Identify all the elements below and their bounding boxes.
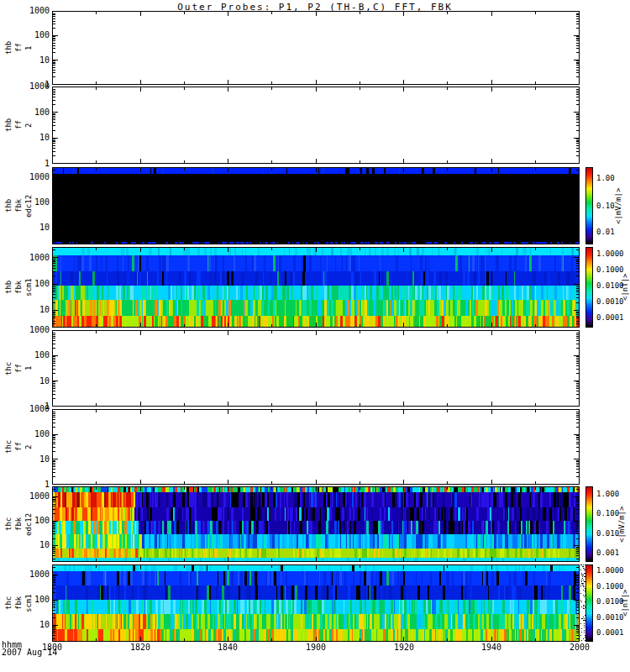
colorbar [585, 564, 593, 642]
colorbar-unit-label: <|nT|> [621, 564, 630, 642]
x-tick-label: 1900 [297, 643, 334, 652]
y-tick-label: 10 [0, 455, 50, 464]
y-tick-label: 100 [0, 31, 50, 39]
y-tick-label: 1000 [0, 82, 50, 91]
spectrogram-thb-fbk-edc12[interactable] [52, 167, 580, 244]
colorbar-unit-text: <|nT|> [621, 274, 629, 302]
y-tick-label: 100 [0, 198, 50, 207]
y-tick-label: 10 [0, 56, 50, 65]
plot-area-thb-ff-1[interactable] [52, 11, 580, 85]
y-axis-label-line: 2 [24, 409, 34, 485]
colorbar-unit-label: <|mV/m|> [617, 486, 627, 562]
time-axis: 1800 1820 1840 1900 1920 1940 2000 [0, 643, 630, 654]
y-tick-label: 1000 [0, 405, 50, 413]
y-axis-label-line: 1 [24, 330, 34, 407]
y-tick-label: 100 [0, 430, 50, 438]
y-axis-label-line: ff [13, 330, 24, 407]
x-tick-label: 2000 [561, 643, 598, 652]
x-tick-label: 1840 [209, 643, 246, 652]
colorbar-tick-label: 1.00 [596, 175, 628, 182]
colorbar [585, 167, 593, 244]
y-tick-label: 1000 [0, 173, 50, 181]
x-tick-label: 1940 [473, 643, 510, 652]
x-tick-label: 1920 [386, 643, 423, 652]
y-axis-label: thc ff 1 [3, 330, 39, 407]
spectrogram-thc-fbk-scm1[interactable] [52, 564, 580, 642]
y-tick-label: 10 [0, 377, 50, 386]
panel-thb-fbk-scm1: thb fbk scm1 1000 100 10 1.0000 0.1000 0… [0, 247, 630, 328]
date-label: 2007 Aug 14 [2, 648, 57, 656]
colorbar [585, 247, 593, 328]
spectrogram-thc-fbk-edc12[interactable] [52, 486, 580, 562]
y-axis-label: thc ff 2 [3, 409, 39, 485]
panel-thb-fbk-edc12: thb fbk edc12 1000 100 10 1.00 0.10 0.01… [0, 167, 630, 244]
y-tick-label: 10 [0, 223, 50, 232]
y-tick-label: 10 [0, 306, 50, 314]
spectrogram-thb-fbk-scm1[interactable] [52, 247, 580, 328]
y-axis-label-line: 1 [24, 11, 34, 85]
y-axis-label-line: thb [3, 87, 13, 164]
y-axis-label-line: ff [13, 409, 24, 485]
y-axis-label-line: thb [3, 11, 13, 85]
plot-area-thc-ff-2[interactable] [52, 409, 580, 485]
y-tick-label: 100 [0, 280, 50, 288]
panel-thc-ff-1: thc ff 1 1000 100 10 1 [0, 330, 630, 407]
y-axis-label-line: thc [3, 330, 13, 407]
colorbar-unit-label: <|nT|> [621, 247, 630, 328]
y-tick-label: 1000 [0, 7, 50, 15]
y-tick-label: 1000 [0, 492, 50, 501]
colorbar-unit-label: <|mV/m|> [614, 167, 623, 244]
y-tick-label: 100 [0, 351, 50, 360]
y-tick-label: 1000 [0, 254, 50, 262]
y-tick-label: 100 [0, 596, 50, 604]
colorbar-unit-text: <|mV/m|> [617, 506, 626, 542]
colorbar-tick-label: 0.01 [596, 228, 628, 236]
y-tick-label: 1000 [0, 326, 50, 334]
y-tick-label: 10 [0, 134, 50, 142]
y-tick-label: 100 [0, 517, 50, 525]
colorbar-unit-text: <|nT|> [621, 590, 629, 617]
plot-area-thc-ff-1[interactable] [52, 330, 580, 407]
colorbar [585, 486, 593, 562]
y-tick-label: 1000 [0, 570, 50, 579]
plot-window: Outer Probes: P1, P2 (TH-B,C) FFT, FBK t… [0, 0, 630, 672]
panel-thc-fbk-edc12: thc fbk edc12 1000 100 10 1.000 0.100 0.… [0, 486, 630, 562]
y-axis-label: thb ff 2 [3, 87, 39, 164]
panel-thc-fbk-scm1: thc fbk scm1 1000 100 10 1.0000 0.1000 0… [0, 564, 630, 642]
panel-thb-ff-2: thb ff 2 1000 100 10 1 [0, 87, 630, 164]
colorbar-tick-label: 0.10 [596, 202, 628, 210]
y-tick-label: 100 [0, 108, 50, 117]
y-axis-label: thb ff 1 [3, 11, 39, 85]
panel-thb-ff-1: thb ff 1 1000 100 10 1 [0, 11, 630, 85]
y-axis-label-line: thc [3, 409, 13, 485]
y-axis-label-line: ff [13, 11, 24, 85]
x-tick-label: 1820 [122, 643, 159, 652]
y-tick-label: 10 [0, 621, 50, 629]
time-axis-caption: hhmm 2007 Aug 14 [2, 641, 57, 656]
y-axis-label-line: 2 [24, 87, 34, 164]
plot-area-thb-ff-2[interactable] [52, 87, 580, 164]
y-axis-label-line: ff [13, 87, 24, 164]
y-tick-label: 10 [0, 541, 50, 549]
colorbar-unit-text: <|mV/m|> [614, 187, 622, 223]
panel-thc-ff-2: thc ff 2 1000 100 10 1 [0, 409, 630, 485]
